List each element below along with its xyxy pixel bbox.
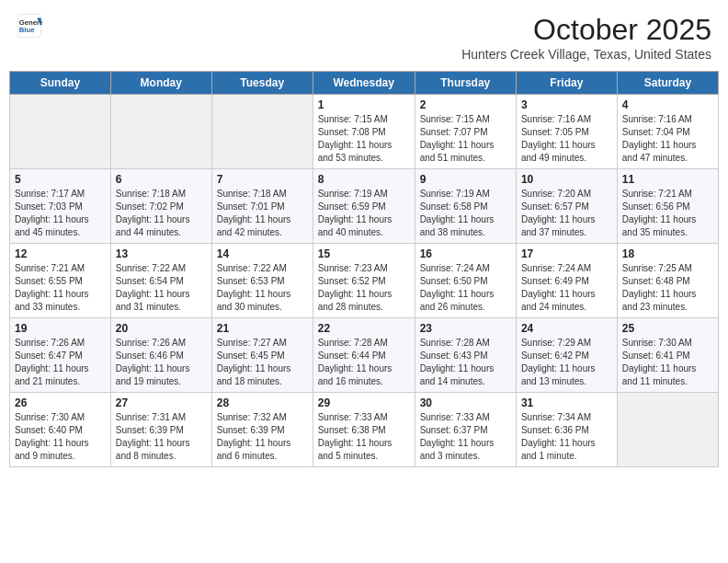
day-info: Sunrise: 7:33 AMSunset: 6:37 PMDaylight:… bbox=[420, 411, 511, 463]
calendar-cell: 4Sunrise: 7:16 AMSunset: 7:04 PMDaylight… bbox=[617, 95, 718, 169]
day-info: Sunrise: 7:29 AMSunset: 6:42 PMDaylight:… bbox=[521, 337, 612, 388]
day-info: Sunrise: 7:19 AMSunset: 6:58 PMDaylight:… bbox=[420, 188, 511, 239]
calendar-body: 1Sunrise: 7:15 AMSunset: 7:08 PMDaylight… bbox=[10, 95, 719, 467]
day-info: Sunrise: 7:34 AMSunset: 6:36 PMDaylight:… bbox=[521, 411, 612, 463]
calendar: SundayMondayTuesdayWednesdayThursdayFrid… bbox=[9, 71, 719, 467]
day-number: 20 bbox=[116, 322, 207, 335]
day-info: Sunrise: 7:20 AMSunset: 6:57 PMDaylight:… bbox=[521, 188, 612, 239]
calendar-cell: 16Sunrise: 7:24 AMSunset: 6:50 PMDayligh… bbox=[415, 244, 516, 318]
calendar-cell: 12Sunrise: 7:21 AMSunset: 6:55 PMDayligh… bbox=[10, 244, 111, 318]
day-number: 10 bbox=[521, 173, 612, 186]
day-info: Sunrise: 7:28 AMSunset: 6:43 PMDaylight:… bbox=[420, 337, 511, 388]
calendar-cell: 29Sunrise: 7:33 AMSunset: 6:38 PMDayligh… bbox=[313, 393, 415, 467]
calendar-cell: 1Sunrise: 7:15 AMSunset: 7:08 PMDaylight… bbox=[313, 95, 415, 169]
day-info: Sunrise: 7:25 AMSunset: 6:48 PMDaylight:… bbox=[622, 262, 713, 314]
calendar-cell: 9Sunrise: 7:19 AMSunset: 6:58 PMDaylight… bbox=[415, 169, 516, 244]
calendar-cell bbox=[110, 95, 211, 169]
day-number: 23 bbox=[420, 322, 511, 335]
day-info: Sunrise: 7:24 AMSunset: 6:49 PMDaylight:… bbox=[521, 262, 612, 314]
day-info: Sunrise: 7:18 AMSunset: 7:01 PMDaylight:… bbox=[217, 188, 308, 239]
title-section: October 2025 Hunters Creek Village, Texa… bbox=[461, 13, 711, 62]
day-number: 8 bbox=[318, 173, 410, 186]
calendar-cell: 5Sunrise: 7:17 AMSunset: 7:03 PMDaylight… bbox=[10, 169, 111, 244]
day-number: 4 bbox=[622, 98, 713, 111]
calendar-cell: 15Sunrise: 7:23 AMSunset: 6:52 PMDayligh… bbox=[313, 244, 415, 318]
day-header-wednesday: Wednesday bbox=[313, 72, 415, 95]
day-number: 1 bbox=[318, 98, 410, 111]
calendar-week-1: 1Sunrise: 7:15 AMSunset: 7:08 PMDaylight… bbox=[10, 95, 719, 169]
calendar-cell bbox=[617, 393, 718, 467]
month-title: October 2025 bbox=[461, 13, 711, 47]
logo: General Blue bbox=[17, 13, 42, 39]
day-info: Sunrise: 7:21 AMSunset: 6:56 PMDaylight:… bbox=[622, 188, 713, 239]
calendar-cell: 3Sunrise: 7:16 AMSunset: 7:05 PMDaylight… bbox=[516, 95, 617, 169]
calendar-cell: 19Sunrise: 7:26 AMSunset: 6:47 PMDayligh… bbox=[10, 318, 111, 393]
calendar-cell: 26Sunrise: 7:30 AMSunset: 6:40 PMDayligh… bbox=[10, 393, 111, 467]
calendar-cell: 8Sunrise: 7:19 AMSunset: 6:59 PMDaylight… bbox=[313, 169, 415, 244]
day-info: Sunrise: 7:23 AMSunset: 6:52 PMDaylight:… bbox=[318, 262, 410, 314]
day-number: 31 bbox=[521, 396, 612, 409]
day-number: 3 bbox=[521, 98, 612, 111]
day-header-sunday: Sunday bbox=[10, 72, 111, 95]
day-number: 29 bbox=[318, 396, 410, 409]
day-number: 2 bbox=[420, 98, 511, 111]
calendar-cell: 11Sunrise: 7:21 AMSunset: 6:56 PMDayligh… bbox=[617, 169, 718, 244]
calendar-cell: 7Sunrise: 7:18 AMSunset: 7:01 PMDaylight… bbox=[211, 169, 313, 244]
calendar-cell: 2Sunrise: 7:15 AMSunset: 7:07 PMDaylight… bbox=[415, 95, 516, 169]
day-info: Sunrise: 7:17 AMSunset: 7:03 PMDaylight:… bbox=[15, 188, 106, 239]
day-info: Sunrise: 7:26 AMSunset: 6:46 PMDaylight:… bbox=[116, 337, 207, 388]
logo-icon: General Blue bbox=[17, 13, 42, 39]
day-number: 26 bbox=[15, 396, 106, 409]
day-number: 27 bbox=[116, 396, 207, 409]
day-number: 22 bbox=[318, 322, 410, 335]
calendar-cell: 27Sunrise: 7:31 AMSunset: 6:39 PMDayligh… bbox=[110, 393, 211, 467]
calendar-header: SundayMondayTuesdayWednesdayThursdayFrid… bbox=[10, 72, 719, 95]
day-info: Sunrise: 7:26 AMSunset: 6:47 PMDaylight:… bbox=[15, 337, 106, 388]
day-info: Sunrise: 7:27 AMSunset: 6:45 PMDaylight:… bbox=[217, 337, 308, 388]
day-info: Sunrise: 7:33 AMSunset: 6:38 PMDaylight:… bbox=[318, 411, 410, 463]
day-header-tuesday: Tuesday bbox=[211, 72, 313, 95]
day-info: Sunrise: 7:15 AMSunset: 7:07 PMDaylight:… bbox=[420, 113, 511, 165]
calendar-cell: 21Sunrise: 7:27 AMSunset: 6:45 PMDayligh… bbox=[211, 318, 313, 393]
calendar-cell: 30Sunrise: 7:33 AMSunset: 6:37 PMDayligh… bbox=[415, 393, 516, 467]
calendar-week-4: 19Sunrise: 7:26 AMSunset: 6:47 PMDayligh… bbox=[10, 318, 719, 393]
day-info: Sunrise: 7:19 AMSunset: 6:59 PMDaylight:… bbox=[318, 188, 410, 239]
day-info: Sunrise: 7:15 AMSunset: 7:08 PMDaylight:… bbox=[318, 113, 410, 165]
calendar-cell: 28Sunrise: 7:32 AMSunset: 6:39 PMDayligh… bbox=[211, 393, 313, 467]
day-number: 24 bbox=[521, 322, 612, 335]
day-number: 11 bbox=[622, 173, 713, 186]
calendar-cell: 23Sunrise: 7:28 AMSunset: 6:43 PMDayligh… bbox=[415, 318, 516, 393]
day-number: 21 bbox=[217, 322, 308, 335]
svg-text:Blue: Blue bbox=[19, 26, 35, 34]
calendar-cell: 6Sunrise: 7:18 AMSunset: 7:02 PMDaylight… bbox=[110, 169, 211, 244]
day-number: 15 bbox=[318, 247, 410, 260]
day-number: 9 bbox=[420, 173, 511, 186]
calendar-cell: 18Sunrise: 7:25 AMSunset: 6:48 PMDayligh… bbox=[617, 244, 718, 318]
day-info: Sunrise: 7:16 AMSunset: 7:04 PMDaylight:… bbox=[622, 113, 713, 165]
day-number: 25 bbox=[622, 322, 713, 335]
day-info: Sunrise: 7:31 AMSunset: 6:39 PMDaylight:… bbox=[116, 411, 207, 463]
day-info: Sunrise: 7:18 AMSunset: 7:02 PMDaylight:… bbox=[116, 188, 207, 239]
calendar-week-3: 12Sunrise: 7:21 AMSunset: 6:55 PMDayligh… bbox=[10, 244, 719, 318]
day-header-thursday: Thursday bbox=[415, 72, 516, 95]
day-info: Sunrise: 7:32 AMSunset: 6:39 PMDaylight:… bbox=[217, 411, 308, 463]
calendar-cell: 10Sunrise: 7:20 AMSunset: 6:57 PMDayligh… bbox=[516, 169, 617, 244]
day-number: 28 bbox=[217, 396, 308, 409]
day-number: 16 bbox=[420, 247, 511, 260]
day-header-saturday: Saturday bbox=[617, 72, 718, 95]
day-number: 17 bbox=[521, 247, 612, 260]
page-header: General Blue October 2025 Hunters Creek … bbox=[9, 9, 719, 65]
calendar-cell: 14Sunrise: 7:22 AMSunset: 6:53 PMDayligh… bbox=[211, 244, 313, 318]
day-number: 18 bbox=[622, 247, 713, 260]
calendar-cell: 22Sunrise: 7:28 AMSunset: 6:44 PMDayligh… bbox=[313, 318, 415, 393]
calendar-cell: 13Sunrise: 7:22 AMSunset: 6:54 PMDayligh… bbox=[110, 244, 211, 318]
day-number: 12 bbox=[15, 247, 106, 260]
day-number: 7 bbox=[217, 173, 308, 186]
calendar-cell: 24Sunrise: 7:29 AMSunset: 6:42 PMDayligh… bbox=[516, 318, 617, 393]
day-info: Sunrise: 7:30 AMSunset: 6:40 PMDaylight:… bbox=[15, 411, 106, 463]
calendar-week-5: 26Sunrise: 7:30 AMSunset: 6:40 PMDayligh… bbox=[10, 393, 719, 467]
day-number: 5 bbox=[15, 173, 106, 186]
day-info: Sunrise: 7:22 AMSunset: 6:53 PMDaylight:… bbox=[217, 262, 308, 314]
day-info: Sunrise: 7:16 AMSunset: 7:05 PMDaylight:… bbox=[521, 113, 612, 165]
day-number: 13 bbox=[116, 247, 207, 260]
